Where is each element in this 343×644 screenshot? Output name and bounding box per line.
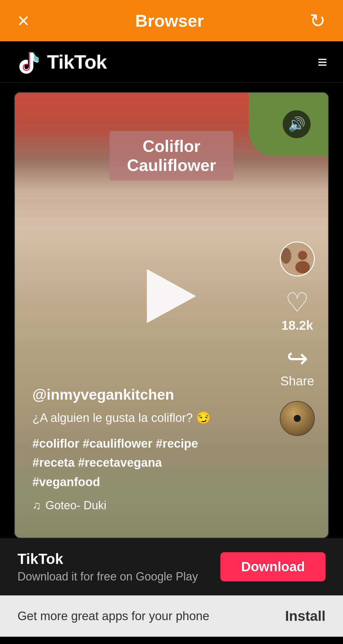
video-frame: 🔊 Coliflor Cauliflower ♡ 18.2k bbox=[14, 92, 329, 538]
download-app-info: TikTok Download it for free on Google Pl… bbox=[17, 550, 198, 583]
sound-icon: 🔊 bbox=[288, 116, 306, 132]
tiktok-header: TikTok ≡ bbox=[0, 41, 343, 83]
tiktok-logo-icon bbox=[16, 49, 41, 75]
play-button[interactable] bbox=[147, 269, 196, 323]
browser-title: Browser bbox=[135, 11, 204, 31]
video-sidebar: ♡ 18.2k ↪ Share bbox=[280, 241, 315, 436]
download-app-subtitle: Download it for free on Google Play bbox=[17, 570, 198, 583]
music-disc[interactable] bbox=[280, 401, 315, 436]
browser-bar: × Browser ↻ bbox=[0, 0, 343, 41]
video-label-line1: Coliflor bbox=[127, 137, 216, 156]
hashtag-line1: #coliflor #cauliflower #recipe bbox=[32, 434, 265, 453]
video-label-line2: Cauliflower bbox=[127, 156, 216, 175]
install-bar-text: Get more great apps for your phone bbox=[17, 609, 209, 623]
hashtag-line3: #veganfood bbox=[32, 472, 265, 492]
refresh-icon[interactable]: ↻ bbox=[310, 10, 326, 32]
tiktok-logo[interactable]: TikTok bbox=[16, 49, 107, 75]
music-note-icon: ♫ bbox=[32, 499, 41, 512]
video-music: ♫ Goteo- Duki bbox=[32, 499, 265, 512]
heart-icon[interactable]: ♡ bbox=[285, 289, 309, 316]
sound-button[interactable]: 🔊 bbox=[283, 110, 311, 138]
video-info: @inmyvegankitchen ¿A alguien le gusta la… bbox=[32, 386, 265, 512]
share-container: ↪ Share bbox=[280, 345, 314, 388]
svg-point-1 bbox=[298, 251, 307, 260]
download-banner: TikTok Download it for free on Google Pl… bbox=[0, 538, 343, 595]
video-caption: ¿A alguien le gusta la coliflor? 😏 bbox=[32, 409, 265, 427]
video-username[interactable]: @inmyvegankitchen bbox=[32, 386, 265, 403]
video-background: 🔊 Coliflor Cauliflower ♡ 18.2k bbox=[15, 93, 328, 538]
like-count: 18.2k bbox=[281, 318, 313, 333]
download-app-name: TikTok bbox=[17, 550, 198, 567]
hamburger-icon[interactable]: ≡ bbox=[318, 54, 327, 70]
like-container: ♡ 18.2k bbox=[281, 289, 313, 333]
creator-avatar[interactable] bbox=[280, 241, 315, 276]
install-button[interactable]: Install bbox=[285, 608, 326, 624]
share-label: Share bbox=[280, 374, 314, 388]
video-hashtags: #coliflor #cauliflower #recipe #receta #… bbox=[32, 434, 265, 492]
svg-point-2 bbox=[295, 261, 310, 274]
close-icon[interactable]: × bbox=[17, 10, 29, 31]
music-title: Goteo- Duki bbox=[45, 499, 106, 512]
install-bar: Get more great apps for your phone Insta… bbox=[0, 595, 343, 637]
share-icon[interactable]: ↪ bbox=[286, 345, 308, 371]
tiktok-logo-text: TikTok bbox=[47, 51, 107, 73]
video-food-label: Coliflor Cauliflower bbox=[110, 131, 233, 180]
hashtag-line2: #receta #recetavegana bbox=[32, 453, 265, 472]
avatar-image bbox=[291, 241, 314, 276]
download-button[interactable]: Download bbox=[220, 552, 326, 581]
